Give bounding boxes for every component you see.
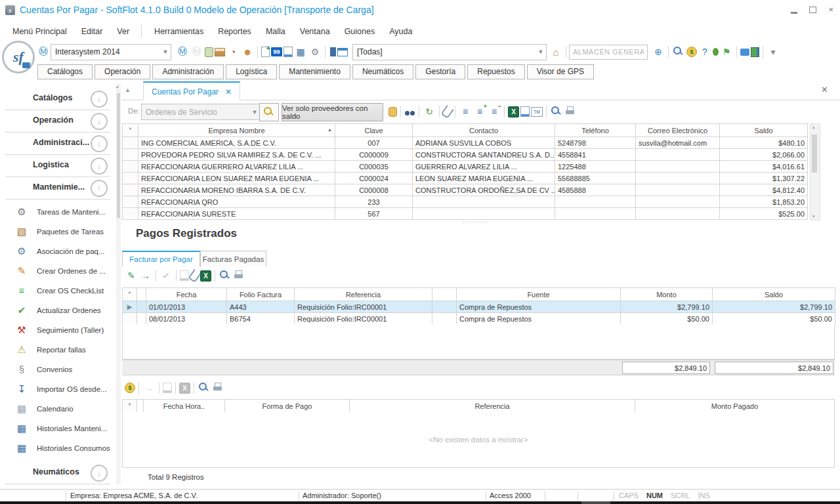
settings-search-icon[interactable] xyxy=(672,45,685,58)
search-wand-button[interactable] xyxy=(259,103,279,121)
table-cell[interactable]: REFACCIONARIA GUERRERO ALVAREZ LILIA ... xyxy=(138,161,335,173)
company-module-icon[interactable]: Ⓜ xyxy=(37,45,50,58)
ribbon-tab[interactable]: Mantenimiento xyxy=(279,64,350,79)
table-cell[interactable] xyxy=(137,313,146,325)
refresh-icon[interactable]: ↻ xyxy=(423,105,436,118)
sidebar-section-operacion[interactable]: Operación ↓ xyxy=(5,110,110,133)
close-document-icon[interactable]: ✕ xyxy=(821,85,828,94)
table-cell[interactable]: REFACCIONARIA MORENO IBARRA S.A. DE C.V. xyxy=(138,184,335,196)
sidebar-item[interactable]: ⚠Reportar fallas xyxy=(0,340,116,360)
table-cell[interactable]: ING COMERCIAL AMERICA, S.A.DE C.V. xyxy=(138,137,335,149)
table-cell[interactable]: REFACCIONARIA SURESTE xyxy=(138,208,335,220)
column-header[interactable]: Fecha Hora.. xyxy=(144,400,225,413)
table-cell[interactable]: PROVEDORA PEDRO SILVA RAMIREZ S.A. DE C.… xyxy=(138,149,335,161)
table-row[interactable]: REFACCIONARIA QRO233$1,853.20 xyxy=(123,196,808,208)
ribbon-tab[interactable]: Gestoría xyxy=(415,64,465,79)
table-cell[interactable]: 01/01/2013 xyxy=(146,301,227,313)
table-cell[interactable] xyxy=(432,301,457,313)
sidebar-section-neumaticos[interactable]: Neumáticos ↓ xyxy=(5,462,110,484)
table-cell[interactable]: 4558841 xyxy=(555,149,636,161)
table-cell[interactable]: REFACCIONARIA QRO xyxy=(138,196,335,208)
clipboard-icon[interactable] xyxy=(284,47,293,57)
paperclip-icon[interactable] xyxy=(440,104,453,118)
sidebar-item[interactable]: ▦Historiales Manteni... xyxy=(0,419,116,438)
table-row[interactable]: REFACCIONARIA GUERRERO ALVAREZ LILIA ...… xyxy=(123,161,808,173)
table-row[interactable]: REFACCIONARIA SURESTE567$525.00 xyxy=(123,208,808,220)
sidebar-section-mantenimiento[interactable]: Mantenimie... ↑ xyxy=(5,177,110,200)
sidebar-item[interactable]: ⚒Seguimiento (Taller) xyxy=(0,320,116,340)
print-preview-icon[interactable] xyxy=(198,381,211,394)
column-header[interactable]: Saldo xyxy=(720,124,808,137)
gear-icon[interactable]: ⚙ xyxy=(308,45,322,58)
table-cell[interactable]: $2,799.10 xyxy=(621,301,713,313)
table-cell[interactable]: B6754 xyxy=(227,313,295,325)
column-header[interactable]: Forma de Pago xyxy=(225,400,350,413)
excel-export-icon[interactable]: X xyxy=(200,270,211,282)
providers-scrollbar[interactable]: ▴ ▾ xyxy=(810,123,820,220)
ribbon-tab[interactable]: Visor de GPS xyxy=(527,64,594,79)
text-export-icon[interactable]: TM xyxy=(531,107,543,117)
column-header[interactable]: Referencia xyxy=(295,288,432,301)
company-select[interactable]: Interasystem 2014 ▼ xyxy=(51,44,171,60)
window-icon[interactable] xyxy=(337,48,348,56)
scope-select[interactable]: [Todas] ▼ xyxy=(352,44,547,60)
excel-export-icon[interactable]: X xyxy=(508,106,519,117)
sidebar-item[interactable]: ▦Historiales Consumos xyxy=(0,438,116,458)
table-cell[interactable]: $4,016.61 xyxy=(720,161,808,173)
grid-icon[interactable]: ▦ xyxy=(294,45,307,58)
table-cell[interactable]: REFACCIONARIA LEON SUAREZ MARIA EUGENIA … xyxy=(138,173,335,184)
sidebar-item[interactable]: ✎Crear Ordenes de ... xyxy=(0,261,116,281)
ribbon-tab[interactable]: Logística xyxy=(226,64,277,79)
help-icon[interactable]: ? xyxy=(698,45,711,58)
tab-facturas-pagadas[interactable]: Facturas Pagadas xyxy=(200,251,266,266)
table-cell[interactable]: $1,307.22 xyxy=(720,173,808,184)
table-cell[interactable] xyxy=(636,149,720,161)
column-header[interactable]: Saldo xyxy=(713,288,835,301)
menu-item[interactable]: Menú Principal xyxy=(5,25,74,38)
minimize-button[interactable] xyxy=(791,12,797,14)
table-cell[interactable]: LEON SUAREZ MARIA EUGENIA ... xyxy=(413,173,555,184)
scrollbar-thumb[interactable] xyxy=(812,135,817,173)
register-payment-icon[interactable]: $ xyxy=(125,383,135,393)
coins-icon[interactable]: $ xyxy=(686,47,697,57)
globe-icon[interactable]: ⊕ xyxy=(652,45,665,58)
column-header[interactable] xyxy=(137,288,146,301)
gauge-icon[interactable]: ◔ xyxy=(226,45,240,58)
ribbon-tab[interactable]: Administración xyxy=(152,64,224,79)
bug-icon[interactable] xyxy=(713,48,719,56)
table-cell[interactable]: C000009 xyxy=(335,149,413,161)
table-cell[interactable]: C000024 xyxy=(335,173,413,184)
column-header[interactable]: Clave xyxy=(335,124,413,137)
sidebar-item[interactable]: ▧Paquetes de Tareas xyxy=(0,222,116,242)
sidebar-section-administracion[interactable]: Administraci... ↓ xyxy=(5,133,110,155)
table-cell[interactable]: 007 xyxy=(335,137,413,149)
menu-item[interactable]: Ver xyxy=(110,25,142,38)
table-cell[interactable]: $50.00 xyxy=(621,313,713,325)
print-icon[interactable] xyxy=(233,269,246,282)
sidebar-item[interactable]: ⚙Asociación de paq... xyxy=(0,242,116,261)
menu-item[interactable]: Ayuda xyxy=(382,25,419,38)
table-cell[interactable]: CONSTRUCTORA ORDOÑEZ,SA DE CV ... xyxy=(413,184,555,196)
column-header[interactable] xyxy=(137,400,144,413)
table-cell[interactable]: 1225488 xyxy=(555,161,636,173)
export-record-icon[interactable]: → xyxy=(139,269,152,282)
tab-close-icon[interactable]: ✕ xyxy=(225,87,232,96)
menu-item[interactable]: Ventana xyxy=(293,25,337,38)
table-cell[interactable]: $2,066.00 xyxy=(720,149,808,161)
tree-add-icon[interactable]: ≡ xyxy=(473,105,486,118)
tab-cuentas-por-pagar[interactable]: Cuentas Por Pagar ✕ xyxy=(143,81,240,100)
table-cell[interactable]: 567 xyxy=(335,208,413,220)
ribbon-tab[interactable]: Neumáticos xyxy=(352,64,413,79)
sidebar-item[interactable]: §Convenios xyxy=(0,360,116,379)
chat-icon[interactable] xyxy=(740,49,749,56)
image-icon[interactable] xyxy=(215,48,225,56)
fuel-icon[interactable] xyxy=(205,47,213,57)
table-row[interactable]: PROVEDORA PEDRO SILVA RAMIREZ S.A. DE C.… xyxy=(123,149,808,161)
table-cell[interactable]: Compra de Repuestos xyxy=(457,301,621,313)
ribbon-tab[interactable]: Catálogos xyxy=(37,64,93,79)
column-header[interactable] xyxy=(432,288,457,301)
edit-record-icon[interactable]: ✎ xyxy=(125,269,138,282)
splitter-handle[interactable]: ········ xyxy=(463,219,489,225)
module-m-icon[interactable]: Ⓜ xyxy=(176,45,189,58)
menu-item[interactable]: Malla xyxy=(259,25,293,38)
